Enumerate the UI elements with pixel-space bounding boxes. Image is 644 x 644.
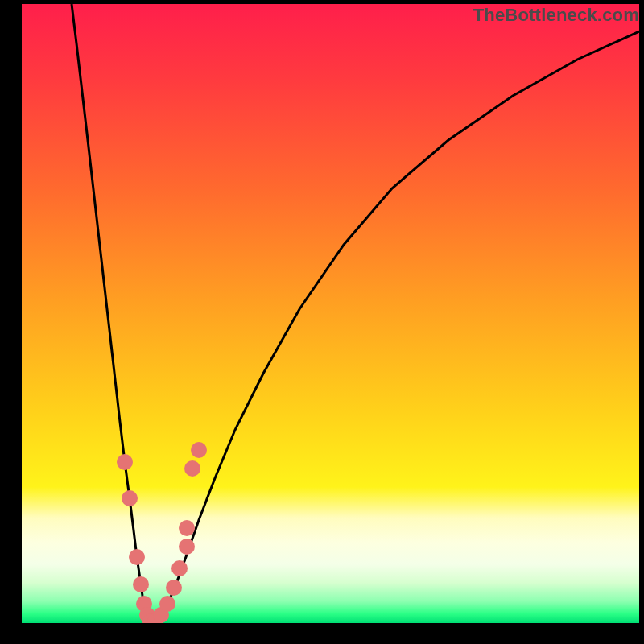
- data-point: [166, 580, 182, 596]
- data-point: [171, 560, 188, 576]
- bottleneck-chart: [22, 4, 639, 623]
- data-point: [179, 539, 195, 555]
- data-point: [122, 490, 138, 506]
- chart-frame: TheBottleneck.com: [0, 0, 644, 644]
- watermark-text: TheBottleneck.com: [473, 5, 639, 26]
- data-point: [159, 596, 175, 612]
- data-point: [179, 520, 195, 536]
- data-point: [129, 549, 145, 565]
- gradient-background: [22, 4, 639, 623]
- data-point: [117, 454, 133, 470]
- data-point: [133, 576, 149, 592]
- data-point: [184, 460, 200, 477]
- data-point: [191, 442, 207, 458]
